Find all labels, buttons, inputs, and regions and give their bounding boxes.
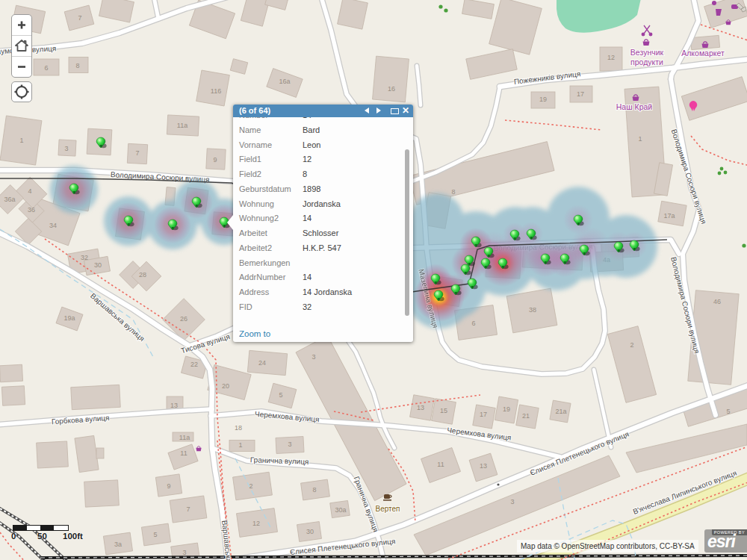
svg-text:3: 3 bbox=[288, 441, 291, 448]
svg-text:13: 13 bbox=[480, 462, 487, 470]
svg-text:Везунчик: Везунчик bbox=[630, 48, 664, 57]
svg-text:17a: 17a bbox=[663, 212, 675, 220]
svg-text:9: 9 bbox=[167, 482, 170, 490]
svg-text:9: 9 bbox=[213, 156, 217, 164]
svg-text:8: 8 bbox=[312, 486, 316, 494]
svg-text:34: 34 bbox=[49, 222, 57, 229]
svg-text:3: 3 bbox=[510, 498, 514, 505]
svg-text:11: 11 bbox=[437, 461, 444, 468]
svg-text:22: 22 bbox=[190, 361, 198, 368]
svg-text:3: 3 bbox=[64, 145, 68, 152]
svg-text:5: 5 bbox=[279, 391, 282, 399]
svg-text:продукти: продукти bbox=[630, 57, 663, 66]
svg-text:15: 15 bbox=[440, 407, 447, 414]
svg-text:7: 7 bbox=[186, 505, 190, 513]
svg-text:28: 28 bbox=[139, 271, 146, 279]
svg-text:3a: 3a bbox=[114, 541, 122, 548]
svg-text:4: 4 bbox=[28, 187, 31, 195]
svg-text:18: 18 bbox=[235, 424, 242, 432]
svg-text:19: 19 bbox=[503, 405, 510, 413]
svg-text:5: 5 bbox=[726, 408, 730, 415]
svg-text:16a: 16a bbox=[279, 78, 290, 85]
svg-text:116: 116 bbox=[211, 87, 221, 95]
svg-text:30: 30 bbox=[94, 261, 102, 269]
svg-text:2: 2 bbox=[249, 482, 252, 490]
svg-text:12: 12 bbox=[607, 54, 615, 61]
svg-text:Наш Край: Наш Край bbox=[616, 102, 653, 111]
svg-text:7: 7 bbox=[78, 14, 81, 22]
svg-text:46: 46 bbox=[713, 298, 721, 305]
svg-text:30a: 30a bbox=[335, 506, 346, 514]
svg-text:36: 36 bbox=[28, 206, 35, 214]
svg-text:1: 1 bbox=[19, 137, 23, 144]
svg-text:17: 17 bbox=[480, 411, 487, 418]
svg-text:11a: 11a bbox=[177, 122, 187, 129]
svg-text:6: 6 bbox=[44, 64, 48, 72]
svg-text:17: 17 bbox=[577, 90, 584, 98]
svg-text:30: 30 bbox=[306, 528, 314, 535]
svg-text:11a: 11a bbox=[179, 434, 190, 441]
svg-text:8: 8 bbox=[75, 62, 79, 69]
svg-text:11: 11 bbox=[180, 449, 187, 457]
svg-text:38: 38 bbox=[529, 306, 536, 314]
svg-text:1: 1 bbox=[638, 135, 642, 143]
svg-text:21a: 21a bbox=[555, 408, 566, 415]
svg-text:19: 19 bbox=[539, 96, 547, 103]
svg-text:21: 21 bbox=[522, 412, 530, 420]
svg-text:19a: 19a bbox=[63, 314, 75, 322]
svg-text:26: 26 bbox=[180, 315, 187, 323]
svg-text:36a: 36a bbox=[4, 196, 15, 203]
svg-text:20: 20 bbox=[222, 382, 229, 390]
svg-text:13: 13 bbox=[170, 402, 178, 409]
svg-text:3: 3 bbox=[182, 549, 186, 556]
svg-text:24: 24 bbox=[258, 359, 266, 367]
svg-text:6: 6 bbox=[471, 320, 475, 327]
svg-text:1: 1 bbox=[238, 441, 242, 449]
svg-text:Алкомаркет: Алкомаркет bbox=[681, 49, 725, 57]
svg-text:16: 16 bbox=[388, 85, 395, 93]
svg-text:12: 12 bbox=[252, 520, 260, 527]
svg-text:5: 5 bbox=[153, 531, 157, 538]
svg-text:7: 7 bbox=[135, 149, 139, 157]
svg-text:3: 3 bbox=[311, 353, 315, 361]
svg-text:Вертеп: Вертеп bbox=[375, 505, 400, 513]
svg-text:8: 8 bbox=[451, 188, 455, 196]
svg-text:32: 32 bbox=[81, 254, 88, 261]
svg-text:13: 13 bbox=[417, 404, 424, 411]
svg-text:2: 2 bbox=[630, 341, 633, 349]
